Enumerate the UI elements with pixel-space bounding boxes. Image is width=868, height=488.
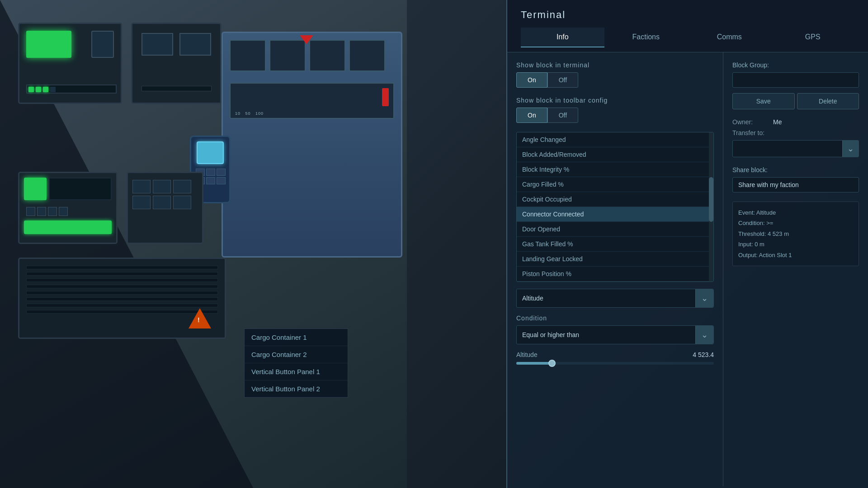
key-6 (217, 177, 226, 184)
screen-d (349, 40, 385, 71)
main-screen: 10 50 100 (230, 83, 394, 119)
transfer-label-row: Transfer to: (732, 129, 859, 136)
show-terminal-on[interactable]: On (516, 72, 547, 88)
owner-label: Owner: (732, 118, 773, 126)
terminal-header: Terminal Info Factions Comms GPS (507, 0, 868, 52)
panel-inner-3 (19, 173, 116, 205)
save-button[interactable]: Save (732, 93, 795, 109)
pb-2 (153, 180, 171, 193)
event-info-input: Input: 0 m (738, 239, 853, 249)
button-grid (19, 205, 116, 218)
event-info-event: Event: Altitude (738, 207, 853, 218)
block-group-input[interactable] (732, 72, 859, 88)
vent-3 (26, 278, 218, 282)
show-toolbar-label: Show block in toolbar config (516, 97, 714, 104)
tab-comms[interactable]: Comms (688, 28, 771, 47)
panel-bar (142, 86, 212, 91)
share-block-value: Share with my faction (732, 177, 859, 192)
vent-5 (26, 291, 218, 295)
item-list-panel: Cargo Container 1 Cargo Container 2 Vert… (244, 328, 348, 398)
share-block-label: Share block: (732, 166, 859, 174)
light-4 (50, 87, 56, 92)
transfer-label: Transfer to: (732, 129, 773, 136)
keypad-screen (197, 141, 224, 164)
panel-btn-grid (128, 173, 202, 216)
pb-1 (132, 180, 151, 193)
events-scrollbar-thumb[interactable] (709, 177, 713, 222)
event-gas-tank-filled[interactable]: Gas Tank Filled % (517, 237, 713, 252)
altitude-slider-fill (516, 362, 552, 365)
panel-slot-1 (91, 31, 114, 58)
events-scrollbar-track[interactable] (709, 132, 713, 282)
terminal-title: Terminal (521, 9, 854, 21)
key-5 (206, 177, 215, 184)
red-arrow (300, 35, 313, 44)
altitude-slider-track[interactable] (516, 362, 714, 365)
condition-dropdown-arrow[interactable]: ⌄ (695, 326, 713, 344)
pb-6 (173, 196, 191, 209)
event-piston-position[interactable]: Piston Position % (517, 267, 713, 282)
item-cargo-1[interactable]: Cargo Container 1 (245, 329, 348, 346)
screen-2 (179, 33, 211, 56)
transfer-row: ⌄ (732, 140, 859, 157)
event-info-threshold: Threshold: 4 523 m (738, 229, 853, 239)
pb-3 (173, 180, 191, 193)
vent-2 (26, 272, 218, 276)
key-2 (206, 169, 215, 176)
screen-1 (142, 33, 173, 56)
altitude-value: 4 523.4 (693, 351, 714, 358)
owner-row: Owner: Me (732, 118, 859, 126)
vent-1 (26, 266, 218, 269)
condition-dropdown-value: Equal or higher than (517, 327, 695, 343)
red-bar (382, 88, 389, 106)
terminal-body: Show block in terminal On Off Show block… (507, 52, 868, 486)
warning-bang: ! (198, 316, 200, 324)
show-toolbar-off[interactable]: Off (547, 108, 578, 123)
transfer-dropdown-arrow[interactable]: ⌄ (842, 141, 859, 157)
item-cargo-2[interactable]: Cargo Container 2 (245, 346, 348, 363)
event-block-integrity[interactable]: Block Integrity % (517, 162, 713, 177)
vent-4 (26, 285, 218, 288)
terminal-tabs: Info Factions Comms GPS (521, 28, 854, 47)
btn-a (26, 207, 35, 216)
event-cockpit-occupied[interactable]: Cockpit Occupied (517, 192, 713, 207)
tab-info[interactable]: Info (521, 28, 604, 47)
block-group-label: Block Group: (732, 61, 859, 69)
show-terminal-off[interactable]: Off (547, 72, 578, 88)
event-dropdown-value: Altitude (517, 290, 695, 306)
altitude-slider-thumb[interactable] (548, 360, 556, 367)
tab-factions[interactable]: Factions (604, 28, 688, 47)
event-info-output: Output: Action Slot 1 (738, 250, 853, 260)
panel-decor-3 (18, 172, 118, 244)
dark-area (49, 178, 112, 200)
screen-c (309, 40, 345, 71)
btn-c (48, 207, 57, 216)
event-landing-gear-locked[interactable]: Landing Gear Locked (517, 252, 713, 267)
blue-panel: 10 50 100 (222, 32, 402, 258)
event-block-added[interactable]: Block Added/Removed (517, 147, 713, 162)
event-angle-changed[interactable]: Angle Changed (517, 132, 713, 147)
item-vbp-1[interactable]: Vertical Button Panel 1 (245, 363, 348, 380)
item-vbp-2[interactable]: Vertical Button Panel 2 (245, 380, 348, 397)
slider-header: Altitude 4 523.4 (516, 351, 714, 358)
pb-5 (153, 196, 171, 209)
event-info-box: Event: Altitude Condition: >= Threshold:… (732, 202, 859, 266)
event-door-opened[interactable]: Door Opened (517, 222, 713, 237)
left-section: Show block in terminal On Off Show block… (507, 52, 723, 486)
save-delete-row: Save Delete (732, 93, 859, 109)
events-list: Angle Changed Block Added/Removed Block … (516, 132, 714, 282)
show-terminal-label: Show block in terminal (516, 61, 714, 69)
light-2 (36, 87, 41, 92)
panel-strip-1 (26, 84, 117, 94)
transfer-input[interactable] (733, 141, 842, 156)
condition-dropdown: Equal or higher than ⌄ (516, 325, 714, 344)
screen-a (230, 40, 266, 71)
delete-button[interactable]: Delete (797, 93, 859, 109)
event-cargo-filled[interactable]: Cargo Filled % (517, 177, 713, 192)
show-toolbar-on[interactable]: On (516, 108, 547, 123)
tab-gps[interactable]: GPS (771, 28, 855, 47)
event-dropdown-arrow[interactable]: ⌄ (695, 289, 713, 307)
event-info-condition: Condition: >= (738, 218, 853, 228)
screen-labels: 10 50 100 (235, 111, 264, 116)
event-connector-connected[interactable]: Connector Connected (517, 207, 713, 222)
